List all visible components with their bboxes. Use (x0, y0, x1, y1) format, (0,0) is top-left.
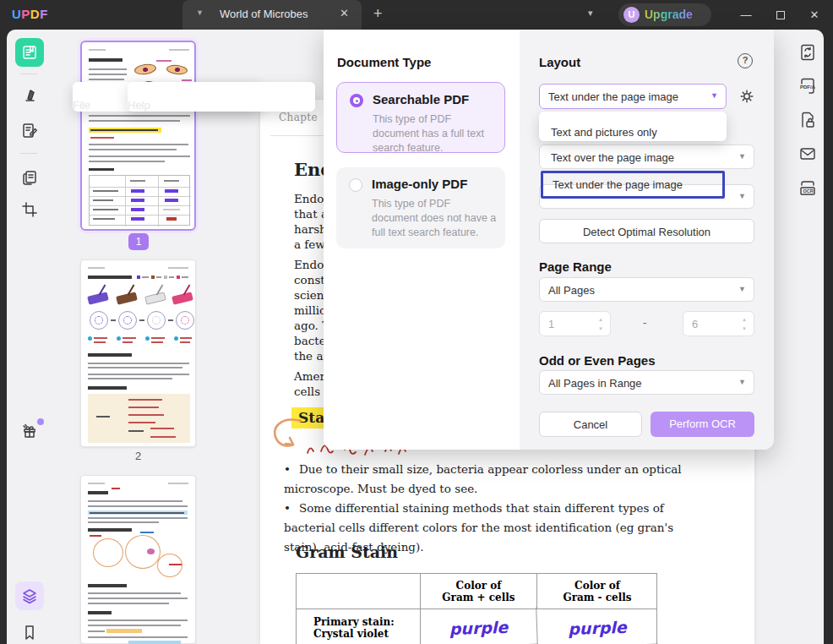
ocr-button[interactable]: OCR (792, 175, 823, 200)
body-line: that a (294, 206, 328, 221)
orange-arrow-annotation (269, 417, 308, 454)
help-icon[interactable]: ? (738, 53, 753, 68)
app-window: UPDF File Help ▼ World of Microbes ✕ + ▾… (0, 0, 833, 644)
table-row-label: Primary stain: Crystal violet (297, 609, 421, 644)
odd-even-value: All Pages in Range (548, 377, 642, 390)
table-cell-value: purple (536, 608, 657, 644)
layout-options-menu: Text and pictures only Text over the pag… (539, 112, 727, 141)
layers-button[interactable] (15, 581, 44, 610)
page-number-label: 2 (80, 450, 196, 462)
lock-document-icon (798, 111, 817, 129)
edit-document-icon (21, 122, 38, 139)
toolbar-chevron-down-icon[interactable]: ▾ (588, 8, 593, 19)
highlighter-tool-button[interactable] (15, 80, 44, 109)
stepper-arrows-icon[interactable]: ▲▼ (742, 315, 747, 334)
chevron-down-icon: ▼ (738, 192, 746, 200)
image-only-pdf-option[interactable]: Image-only PDF This type of PDF document… (336, 167, 505, 248)
toolbar-divider (20, 153, 37, 154)
page-to-value: 6 (692, 318, 698, 330)
tab-close-icon[interactable]: ✕ (340, 7, 349, 19)
table-header-gram-negative: Color of Gram - cells (537, 574, 657, 609)
ocr-icon: OCR (798, 177, 818, 198)
body-line: cells i (294, 384, 328, 399)
tab-title: World of Microbes (220, 8, 308, 20)
page-thumbnail-1[interactable] (80, 41, 196, 231)
stepper-arrows-icon[interactable]: ▲▼ (598, 315, 603, 334)
range-separator: - (643, 316, 646, 329)
body-line: a few (294, 237, 325, 252)
crop-tool-button[interactable] (15, 195, 44, 224)
bookmark-button[interactable] (15, 618, 44, 644)
odd-even-dropdown[interactable]: All Pages in Range ▼ (539, 370, 754, 395)
toolbar-divider (20, 74, 37, 74)
svg-text:PDF/A: PDF/A (800, 85, 816, 90)
cancel-button[interactable]: Cancel (539, 412, 642, 437)
gift-icon (21, 423, 38, 439)
ocr-dialog: Document Type Searchable PDF This type o… (324, 30, 774, 450)
chevron-down-icon: ▼ (738, 285, 746, 293)
searchable-pdf-option[interactable]: Searchable PDF This type of PDF document… (336, 82, 505, 153)
detect-resolution-button[interactable]: Detect Optimal Resolution (539, 219, 754, 243)
share-mail-button[interactable] (792, 141, 823, 166)
close-button[interactable]: ✕ (802, 0, 827, 30)
tab-chevron-down-icon[interactable]: ▼ (196, 8, 204, 17)
odd-even-title: Odd or Even Pages (539, 353, 656, 368)
page-from-value: 1 (548, 318, 554, 330)
body-line: harsh (294, 221, 327, 237)
highlighter-icon (21, 86, 38, 103)
searchable-pdf-title: Searchable PDF (373, 92, 469, 106)
body-line: millio (294, 303, 326, 318)
page-thumbnail-2[interactable] (80, 259, 196, 447)
convert-icon (798, 43, 817, 62)
document-type-panel: Document Type Searchable PDF This type o… (324, 30, 520, 450)
pdfa-icon: PDF/A (798, 77, 817, 96)
reader-mode-button[interactable] (15, 38, 44, 67)
layers-icon (21, 587, 38, 604)
menu-item-text-and-pictures[interactable]: Text and pictures only (539, 120, 727, 145)
mail-icon (798, 145, 817, 163)
crop-icon (21, 201, 38, 218)
chevron-down-icon: ▼ (738, 378, 746, 386)
convert-pdf-button[interactable] (792, 40, 823, 65)
reader-icon (21, 44, 38, 61)
pages-icon (21, 169, 38, 186)
minimize-button[interactable]: — (733, 0, 759, 30)
upgrade-label: Upgrade (645, 8, 693, 21)
chevron-down-icon: ▼ (710, 91, 718, 100)
page-to-input[interactable]: 6 ▲▼ (683, 311, 754, 336)
bullet-item: Due to their small size, bacteria appear… (284, 460, 706, 499)
bookmark-icon (21, 624, 38, 641)
pdfa-button[interactable]: PDF/A (792, 74, 823, 99)
maximize-icon (776, 11, 785, 19)
layout-title: Layout (539, 55, 580, 69)
table-header-gram-positive: Color of Gram + cells (421, 574, 537, 609)
page-range-dropdown[interactable]: All Pages ▼ (539, 277, 754, 302)
page-range-title: Page Range (539, 259, 612, 274)
gear-icon[interactable] (738, 88, 755, 105)
image-only-pdf-title: Image-only PDF (372, 177, 467, 191)
updf-logo: UPDF (12, 7, 48, 21)
maximize-button[interactable] (768, 0, 793, 30)
menu-help[interactable]: Help (128, 82, 315, 112)
protect-pdf-button[interactable] (792, 107, 823, 133)
edit-tool-button[interactable] (15, 116, 44, 145)
avatar[interactable]: U (623, 7, 640, 23)
perform-ocr-button[interactable]: Perform OCR (651, 412, 754, 437)
page-from-input[interactable]: 1 ▲▼ (539, 311, 611, 336)
page-thumbnail-3[interactable] (80, 475, 196, 644)
radio-unselected-icon[interactable] (349, 178, 362, 192)
gram-stain-table: Color of Gram + cells Color of Gram - ce… (296, 573, 657, 644)
chevron-down-icon: ▼ (738, 152, 746, 161)
layout-dropdown[interactable]: Text under the page image ▼ (539, 84, 727, 109)
new-tab-button[interactable]: + (373, 5, 383, 23)
menu-item-text-over-image[interactable]: Text over the page image (539, 145, 727, 171)
layout-dropdown-value: Text under the page image (548, 90, 678, 103)
menu-item-text-under-image[interactable]: Text under the page image (541, 171, 725, 199)
document-type-title: Document Type (337, 55, 431, 69)
image-only-pdf-desc: This type of PDF document does not have … (372, 197, 498, 240)
page-number-badge: 1 (128, 233, 149, 250)
upgrade-button[interactable]: U Upgrade (618, 3, 711, 26)
radio-selected-icon[interactable] (350, 94, 363, 107)
document-tab[interactable]: ▼ World of Microbes ✕ (182, 0, 362, 30)
organize-pages-button[interactable] (15, 163, 44, 192)
